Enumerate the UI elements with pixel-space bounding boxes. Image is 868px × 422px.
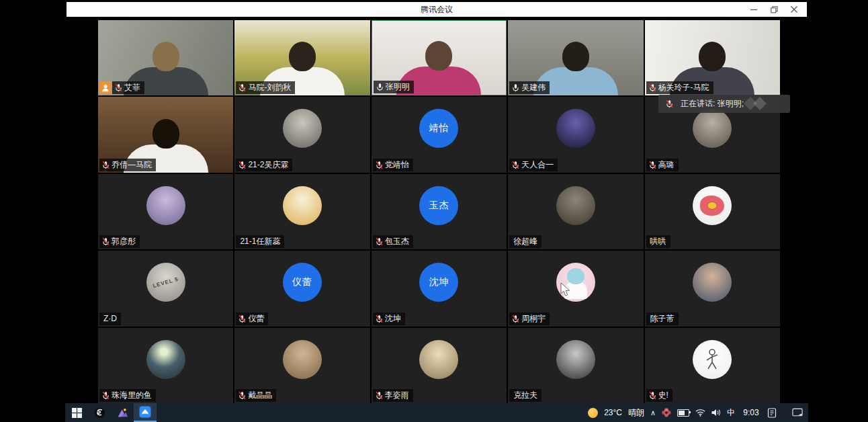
tile-label-row: 21-2吴庆霖	[236, 159, 292, 171]
participant-name: 马院-刘韵秋	[248, 83, 291, 93]
window-title: 腾讯会议	[421, 4, 453, 15]
participant-tile[interactable]: 乔倩—马院	[98, 97, 233, 172]
ime-indicator[interactable]: 中	[727, 407, 735, 419]
minimize-button[interactable]	[744, 2, 764, 17]
participant-avatar	[146, 186, 185, 225]
participant-tile[interactable]: 吴建伟	[508, 20, 643, 95]
tile-label-row: 艾菲	[99, 81, 144, 94]
tray-overflow-chevron[interactable]: ∧	[650, 409, 656, 417]
mic-muted-icon	[375, 391, 384, 400]
participant-tile[interactable]: 珠海里的鱼	[98, 328, 233, 403]
mic-muted-icon	[511, 314, 520, 323]
mic-muted-icon	[238, 83, 247, 92]
tile-label-row: 周桐宇	[509, 312, 550, 325]
participant-tile[interactable]: 周桐宇	[508, 251, 643, 326]
taskbar-app-photos[interactable]	[111, 403, 134, 422]
participant-tile[interactable]: 杨关玲子-马院	[645, 20, 780, 95]
participant-name-label: 徐超峰	[509, 235, 541, 248]
participant-tile[interactable]: 仪蕾 仪蕾	[234, 251, 370, 326]
tray-temperature[interactable]: 23°C	[604, 408, 622, 417]
participant-name-label: 仪蕾	[236, 312, 268, 325]
participant-tile[interactable]: 21-1任新蕊	[234, 174, 370, 249]
participant-name-label: 21-1任新蕊	[236, 235, 284, 248]
mic-muted-icon	[648, 391, 657, 400]
participant-name: 天人合一	[521, 160, 554, 170]
participant-tile[interactable]: 克拉夫	[508, 328, 643, 403]
participant-tile[interactable]: 马院-刘韵秋	[234, 20, 370, 95]
tile-label-row: 陈子芾	[646, 312, 679, 325]
tile-label-row: 哄哄	[646, 235, 670, 248]
tile-label-row: 杨关玲子-马院	[646, 81, 713, 94]
participant-avatar: LEVEL 5	[146, 263, 185, 302]
tile-label-row: 马院-刘韵秋	[236, 81, 295, 94]
volume-icon[interactable]	[711, 409, 721, 417]
pinwheel-tray-icon[interactable]	[662, 408, 671, 417]
mic-muted-icon	[648, 161, 657, 169]
weather-sun-icon[interactable]	[588, 408, 598, 418]
tile-label-row: 张明明	[374, 81, 414, 93]
participant-name-label: 杨关玲子-马院	[646, 81, 713, 94]
restore-button[interactable]	[764, 2, 784, 17]
participant-name: 杨关玲子-马院	[658, 83, 709, 93]
participant-name: 陈子芾	[650, 314, 675, 324]
tile-label-row: 克拉夫	[509, 389, 541, 402]
participant-tile[interactable]: 玉杰 包玉杰	[372, 174, 507, 249]
tile-label-row: 天人合一	[509, 159, 558, 171]
windows-start-button[interactable]	[65, 403, 88, 422]
mic-muted-icon	[375, 314, 384, 323]
tile-label-row: 戴晶晶	[236, 389, 276, 402]
tray-clock[interactable]: 9:03	[741, 408, 761, 417]
tile-label-row: 仪蕾	[236, 312, 268, 325]
mic-muted-icon	[511, 161, 520, 169]
mic-on-icon	[376, 83, 384, 91]
participant-tile[interactable]: 沈坤 沈坤	[372, 251, 507, 326]
participant-avatar: 仪蕾	[283, 263, 322, 302]
tile-label-row: 郭彦彤	[99, 235, 140, 248]
taskbar-app-tencent-meeting[interactable]	[134, 403, 157, 422]
participant-avatar	[283, 340, 322, 379]
restore-icon	[771, 6, 778, 13]
notes-tray-icon[interactable]	[767, 408, 777, 418]
close-button[interactable]	[784, 2, 804, 17]
action-center-icon[interactable]	[792, 408, 803, 417]
participant-tile[interactable]: 戴晶晶	[234, 328, 370, 403]
participant-avatar: 玉杰	[419, 186, 458, 225]
participant-tile[interactable]: 郭彦彤	[98, 174, 233, 249]
participant-avatar	[283, 109, 322, 148]
participant-name-label: 戴晶晶	[236, 389, 276, 402]
tile-label-row: 李姿雨	[373, 389, 413, 402]
pig-avatar-art	[700, 196, 724, 216]
participant-tile[interactable]: LEVEL 5Z·D	[98, 251, 233, 326]
mic-muted-icon	[375, 237, 384, 246]
speaking-toast-text: 正在讲话: 张明明;	[681, 98, 744, 110]
participant-name: 李姿雨	[385, 390, 409, 400]
tray-weather[interactable]: 晴朗	[628, 407, 644, 419]
participant-tile[interactable]: 哄哄	[645, 174, 780, 249]
participant-name-label: 党靖怡	[373, 159, 413, 171]
participant-tile[interactable]: 陈子芾	[645, 251, 780, 326]
participant-tile[interactable]: 靖怡 党靖怡	[372, 97, 507, 172]
mic-on-icon	[511, 83, 520, 92]
wifi-icon[interactable]	[695, 409, 705, 417]
tile-label-row: 徐超峰	[509, 235, 541, 248]
participant-name-label: 史!	[646, 389, 672, 402]
participant-tile[interactable]: 21-2吴庆霖	[234, 97, 370, 172]
mic-muted-icon	[238, 314, 247, 323]
participant-tile[interactable]: 张明明	[372, 20, 507, 95]
participant-tile[interactable]: 史!	[645, 328, 780, 403]
taskbar-app-search[interactable]	[88, 403, 111, 422]
participant-name: 戴晶晶	[248, 390, 272, 400]
tile-label-row: 乔倩—马院	[99, 159, 156, 171]
participant-tile[interactable]: 天人合一	[508, 97, 643, 172]
participant-tile[interactable]: 徐超峰	[508, 174, 643, 249]
participant-name: 21-2吴庆霖	[248, 160, 288, 170]
participant-name: 仪蕾	[248, 314, 264, 324]
participant-name: 周桐宇	[521, 314, 546, 324]
mic-muted-icon	[101, 237, 110, 246]
participant-tile[interactable]: 艾菲	[98, 20, 233, 95]
tile-label-row: 珠海里的鱼	[99, 389, 156, 402]
participant-tile[interactable]: 李姿雨	[372, 328, 507, 403]
participant-avatar: 沈坤	[419, 263, 458, 302]
battery-icon[interactable]	[677, 409, 689, 417]
mic-muted-icon	[101, 391, 110, 400]
